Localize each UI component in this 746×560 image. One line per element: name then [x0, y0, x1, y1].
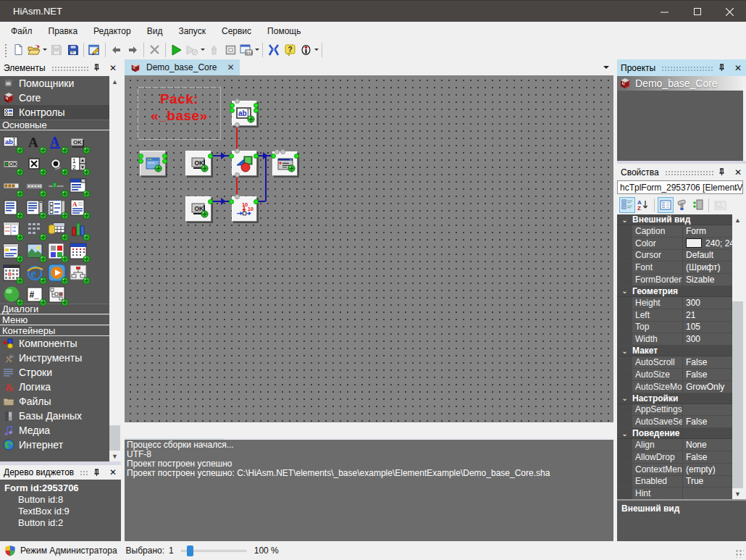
connection-point[interactable] [208, 199, 213, 204]
toolbar-grip[interactable] [4, 43, 8, 57]
element-category-bot-1[interactable]: Инструменты [0, 351, 109, 365]
property-row-Enabled[interactable]: Enabled True [617, 476, 732, 488]
connection-point[interactable] [253, 103, 259, 108]
tab-close-icon[interactable]: ✕ [227, 62, 234, 72]
drag-handle[interactable] [80, 470, 89, 476]
property-section-4[interactable]: ⌄ Поведение [617, 428, 732, 439]
dropdown-caret-icon[interactable] [313, 41, 319, 58]
toolbox-item-datagrid[interactable] [48, 220, 67, 240]
toolbox-item-monthcal[interactable] [70, 242, 89, 262]
properties-button[interactable] [658, 197, 674, 213]
scroll-down-icon[interactable]: ▼ [109, 451, 120, 461]
edit-form-button[interactable] [86, 41, 103, 58]
toolbox-item-directive[interactable]: #_ [26, 285, 46, 305]
connection-point[interactable] [230, 103, 235, 108]
connection-point[interactable] [138, 154, 143, 159]
property-section-0[interactable]: ⌄ Внешний вид [617, 214, 732, 225]
save-button[interactable] [48, 41, 64, 58]
toolbox-item-sphere[interactable] [3, 285, 22, 305]
toolbox-item-colorbox[interactable] [48, 242, 67, 262]
element-category-bot-7[interactable]: Интернет [0, 438, 109, 452]
help-button[interactable]: ? [282, 41, 298, 58]
element-category-top-1[interactable]: Core [0, 91, 109, 105]
menu-item-7[interactable]: Помощь [259, 23, 309, 39]
events-button[interactable] [674, 197, 690, 213]
menu-item-2[interactable]: Правка [41, 23, 86, 39]
object-selector-combobox[interactable]: hcTplForm_2953706 [ElementVir ⌄ [617, 180, 743, 194]
toolbox-item-propgrid[interactable]: wwabwwab [3, 220, 22, 240]
property-row-AutoSize[interactable]: AutoSize False [617, 369, 732, 381]
minimize-button[interactable] [648, 1, 681, 22]
property-row-Font[interactable]: Font (Шрифт) [617, 262, 732, 274]
properties-scrollbar[interactable]: ▲ ▼ [732, 214, 743, 499]
property-row-Height[interactable]: Height 300 [617, 297, 732, 309]
delete-button[interactable] [146, 41, 163, 58]
connection-point[interactable] [280, 149, 285, 154]
toolbox-item-fadegrid[interactable] [26, 220, 46, 240]
dropdown-caret-icon[interactable] [41, 41, 48, 58]
menu-item-4[interactable]: Вид [139, 23, 171, 39]
toolbox-item-mediaplayer[interactable] [48, 264, 67, 283]
widget-tree-item-3[interactable]: Button id:2 [0, 517, 121, 528]
menu-item-3[interactable]: Редактор [85, 23, 139, 39]
compile-button[interactable] [206, 41, 222, 58]
connection-point[interactable] [253, 154, 259, 159]
toolbox-group-1[interactable]: Меню [0, 314, 109, 325]
property-section-1[interactable]: ⌄ Геометрия [617, 286, 732, 297]
property-row-Hint[interactable]: Hint [617, 488, 732, 499]
connection-point[interactable] [235, 194, 240, 199]
property-row-AppSettings[interactable]: AppSettings [617, 404, 732, 417]
connection-point[interactable] [253, 108, 259, 113]
property-row-AutoSaveSe[interactable]: AutoSaveSe False [617, 416, 732, 428]
toolbox-group-osnovnye[interactable]: Основные [0, 120, 109, 130]
scroll-down-icon[interactable]: ▼ [732, 488, 743, 499]
widget-tree-item-0[interactable]: Form id:2953706 [0, 482, 121, 493]
about-button[interactable] [298, 41, 313, 58]
toolbox-item-listview[interactable] [3, 242, 22, 262]
drag-handle[interactable] [665, 170, 714, 176]
frame-button[interactable] [222, 41, 239, 58]
toolbox-item-chart[interactable] [70, 220, 89, 240]
property-section-2[interactable]: ⌄ Макет [617, 346, 732, 356]
element-category-bot-5[interactable]: Базы Данных [0, 409, 109, 423]
run-button[interactable] [168, 41, 185, 58]
property-row-Left[interactable]: Left 21 [617, 309, 732, 322]
toolbox-item-richtext[interactable]: A [70, 198, 89, 218]
connection-point[interactable] [162, 159, 167, 164]
element-category-top-0[interactable]: Помощники [0, 76, 109, 91]
tools-button[interactable] [265, 41, 282, 58]
property-row-Top[interactable]: Top 105 [617, 322, 732, 334]
back-arrow-button[interactable] [108, 41, 125, 58]
categorized-button[interactable] [619, 197, 635, 213]
open-file-button[interactable] [27, 41, 41, 58]
toolbox-item-combobox[interactable] [70, 177, 89, 196]
element-category-bot-4[interactable]: Файлы [0, 394, 109, 409]
menu-item-6[interactable]: Сервис [214, 23, 259, 39]
connection-point[interactable] [294, 154, 299, 159]
connection-point[interactable] [229, 199, 234, 204]
connection-point[interactable] [208, 154, 213, 159]
property-row-Caption[interactable]: Caption Form [617, 225, 732, 238]
toolbox-item-treebox[interactable] [48, 285, 67, 305]
property-row-AutoSizeMo[interactable]: AutoSizeMo GrowOnly [617, 381, 732, 393]
toolbox-item-linklabel[interactable]: A [48, 133, 67, 153]
toolbox-item-updown[interactable]: 12 [70, 155, 89, 175]
resize-grip[interactable] [734, 548, 744, 558]
property-row-Width[interactable]: Width 300 [617, 333, 732, 346]
toolbox-item-trackbar[interactable] [48, 177, 67, 196]
property-row-AutoScroll[interactable]: AutoScroll False [617, 356, 732, 369]
connection-point[interactable] [271, 154, 276, 159]
toolbox-item-button[interactable]: OK [70, 133, 89, 153]
toolbox-item-checkedlist[interactable] [48, 198, 67, 218]
connection-point[interactable] [253, 199, 259, 204]
widget-tree-item-1[interactable]: Button id:8 [0, 493, 121, 505]
connection-point[interactable] [235, 122, 240, 128]
elements-scrollbar[interactable]: ▲ ▼ [109, 76, 120, 461]
drag-handle[interactable] [51, 66, 89, 72]
project-item-0[interactable]: Demo_base_Core [617, 76, 743, 91]
toolbox-item-scrolllist[interactable] [26, 198, 46, 218]
pin-icon[interactable] [718, 64, 730, 72]
toolbox-item-label[interactable]: A [26, 133, 46, 153]
dropdown-caret-icon[interactable] [199, 41, 206, 58]
toolbox-item-progressbar[interactable] [3, 177, 22, 196]
